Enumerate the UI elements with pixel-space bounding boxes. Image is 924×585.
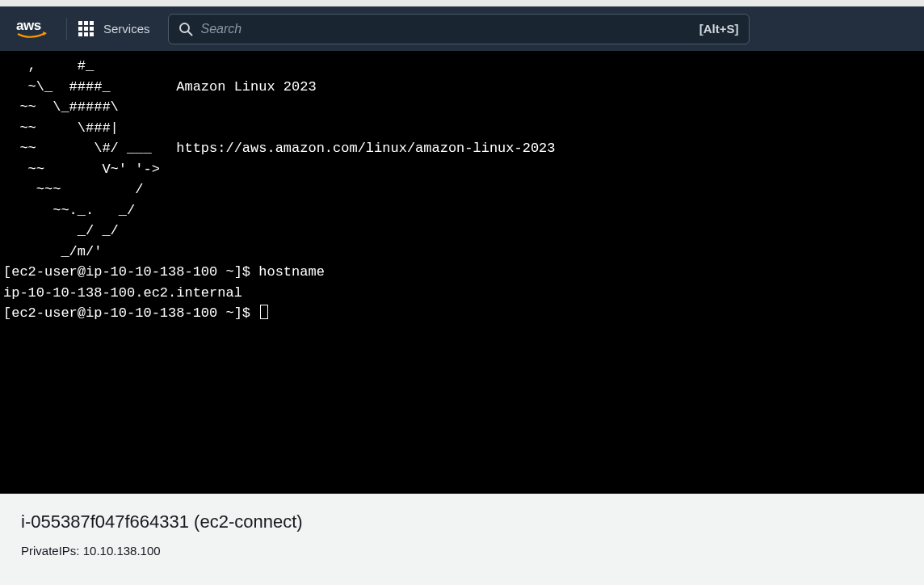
instance-footer: i-055387f047f664331 (ec2-connect) Privat…	[0, 494, 924, 566]
grid-icon	[78, 21, 94, 36]
terminal-prompt-2: [ec2-user@ip-10-10-138-100 ~]$	[3, 305, 258, 321]
aws-logo[interactable]: aws	[16, 18, 52, 40]
search-wrapper[interactable]: [Alt+S]	[168, 14, 750, 44]
services-button[interactable]: Services	[78, 21, 150, 36]
svg-text:aws: aws	[16, 18, 41, 33]
private-ips: PrivateIPs: 10.10.138.100	[21, 544, 903, 558]
search-shortcut-hint: [Alt+S]	[699, 22, 739, 36]
terminal-output-1: ip-10-10-138-100.ec2.internal	[3, 285, 242, 301]
terminal-prompt-1: [ec2-user@ip-10-10-138-100 ~]$	[3, 264, 258, 280]
private-ips-label: PrivateIPs:	[21, 544, 83, 558]
header-divider	[66, 18, 67, 40]
top-strip	[0, 0, 924, 6]
aws-header: aws Services [Alt+S]	[0, 6, 924, 51]
terminal-motd: , #_ ~\_ ####_ Amazon Linux 2023 ~~ \_##…	[3, 58, 556, 259]
terminal[interactable]: , #_ ~\_ ####_ Amazon Linux 2023 ~~ \_##…	[0, 51, 924, 494]
search-icon	[178, 22, 193, 36]
terminal-command-1: hostname	[258, 264, 325, 280]
search-input[interactable]	[201, 22, 691, 36]
svg-line-2	[188, 32, 192, 36]
terminal-cursor	[260, 305, 268, 319]
instance-title: i-055387f047f664331 (ec2-connect)	[21, 511, 903, 532]
services-label: Services	[103, 22, 150, 36]
private-ips-value: 10.10.138.100	[83, 544, 161, 558]
